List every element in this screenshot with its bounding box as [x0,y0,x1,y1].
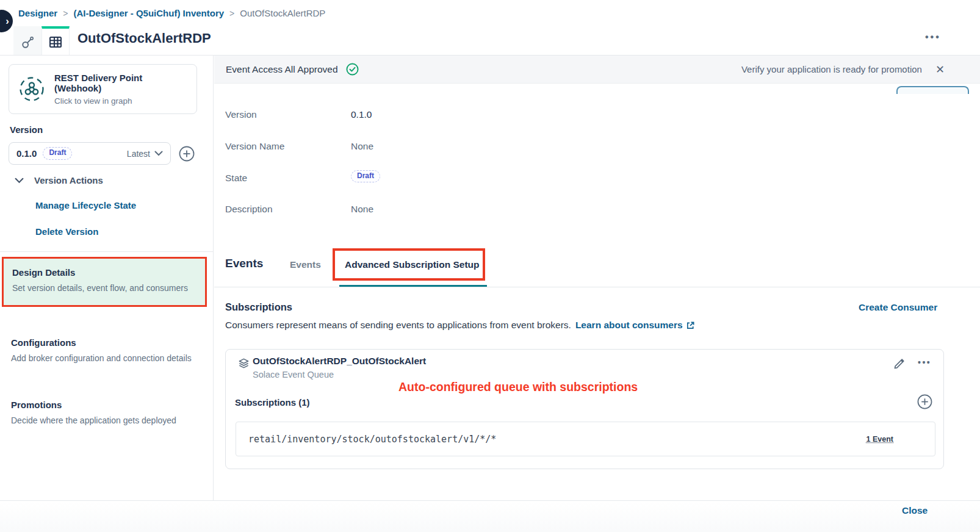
field-label-version: Version [225,109,257,120]
rdp-webhook-icon [18,76,45,102]
version-number: 0.1.0 [16,148,37,159]
consumer-type: Solace Event Queue [253,370,334,379]
sidebar: REST Delivery Point (Webhook) Click to v… [0,56,214,500]
field-value-version-name: None [351,141,373,152]
plus-circle-icon [179,146,195,162]
field-value-version: 0.1.0 [351,109,372,120]
version-section-label: Version [10,124,43,135]
subscription-topic: retail/inventory/stock/outofstockalert/v… [248,434,496,445]
application-type-subtitle: Click to view in graph [54,96,187,106]
manage-lifecycle-state-link[interactable]: Manage Lifecycle State [35,200,136,210]
breadcrumb-designer[interactable]: Designer [18,8,57,18]
sidebar-item-subtitle: Decide where the application gets deploy… [11,414,200,428]
close-icon[interactable]: ✕ [935,64,945,75]
sidebar-item-title: Promotions [11,400,201,410]
designer-application-page: › Designer > (AI-Designer - Q5uiChuf) In… [0,0,980,532]
close-button[interactable]: Close [902,505,928,516]
graph-view-tab[interactable] [13,26,41,56]
state-draft-badge: Draft [351,170,380,182]
add-version-button[interactable] [179,146,195,162]
external-link-icon [686,321,695,330]
sidebar-item-title: Design Details [12,267,196,278]
edit-consumer-button[interactable] [893,358,906,370]
chevron-down-icon [15,178,24,184]
header-more-icon[interactable]: ••• [925,32,941,43]
sidebar-item-title: Configurations [11,337,199,348]
event-access-status: Event Access All Approved [226,64,338,75]
version-actions-label: Version Actions [34,175,103,185]
version-actions-toggle[interactable]: Version Actions [15,175,103,185]
pencil-icon [893,358,906,370]
graph-view-icon [21,35,35,49]
chevron-right-icon: › [5,15,9,27]
sidebar-item-promotions[interactable]: Promotions Decide where the application … [11,400,201,428]
consumer-name: OutOfStockAlertRDP_OutOfStockAlert [253,356,426,367]
chevron-down-icon [154,151,163,156]
delete-version-link[interactable]: Delete Version [35,226,98,237]
event-count-link[interactable]: 1 Event [867,435,893,444]
promotion-check-button-partial[interactable] [896,86,969,94]
breadcrumb: Designer > (AI-Designer - Q5uiChuf) Inve… [18,8,325,18]
table-view-icon [48,35,63,49]
sidebar-item-design-details[interactable]: Design Details Set version details, even… [2,257,207,307]
tab-events[interactable]: Events [290,259,321,270]
sidebar-divider [0,251,213,252]
consumer-card: OutOfStockAlertRDP_OutOfStockAlert Solac… [225,349,944,469]
version-state-badge: Draft [43,147,72,159]
learn-about-consumers-link[interactable]: Learn about consumers [575,320,695,331]
breadcrumb-separator-icon: > [229,9,234,18]
consumer-more-icon[interactable]: ••• [918,358,931,367]
events-section-heading: Events [225,257,263,270]
subscriptions-heading: Subscriptions [225,301,292,313]
add-subscription-button[interactable] [917,394,932,409]
version-selector[interactable]: 0.1.0 Draft Latest [9,142,171,165]
view-toggle-tabs [13,26,70,56]
field-label-version-name: Version Name [225,141,284,152]
sidebar-item-subtitle: Set version details, event flow, and con… [12,282,190,295]
collapse-panel-button[interactable]: › [0,10,13,32]
page-title: OutOfStockAlertRDP [77,31,211,46]
application-type-title: REST Delivery Point (Webhook) [54,73,187,93]
subscription-topic-row: retail/inventory/stock/outofstockalert/v… [236,422,935,456]
promotion-verify-text: Verify your application is ready for pro… [741,64,922,74]
learn-link-label: Learn about consumers [575,320,683,331]
create-consumer-button[interactable]: Create Consumer [859,302,937,313]
event-access-banner: Event Access All Approved Verify your ap… [214,56,980,84]
tabs-divider [214,287,980,287]
latest-label: Latest [127,149,150,159]
plus-circle-icon [917,394,932,409]
breadcrumb-current: OutOfStockAlertRDP [240,8,325,18]
field-label-description: Description [225,204,273,215]
sidebar-item-configurations[interactable]: Configurations Add broker configuration … [11,337,199,365]
check-circle-icon [346,63,359,76]
subscriptions-count-label: Subscriptions (1) [235,397,310,408]
footer [0,501,980,532]
field-label-state: State [225,173,247,184]
subscriptions-description-text: Consumers represent means of sending eve… [225,320,571,331]
breadcrumb-inventory[interactable]: (AI-Designer - Q5uiChuf) Inventory [73,8,224,18]
table-view-tab[interactable] [41,26,70,56]
queue-layers-icon [238,358,250,369]
field-value-description: None [351,204,373,215]
application-type-card[interactable]: REST Delivery Point (Webhook) Click to v… [9,64,197,114]
sidebar-item-subtitle: Add broker configuration and connection … [11,352,194,365]
tab-advanced-subscription-setup[interactable]: Advanced Subscription Setup [345,259,479,270]
subscriptions-description: Consumers represent means of sending eve… [225,320,695,331]
breadcrumb-separator-icon: > [63,9,68,18]
red-annotation-text: Auto-configured queue with subscriptions [398,380,638,394]
